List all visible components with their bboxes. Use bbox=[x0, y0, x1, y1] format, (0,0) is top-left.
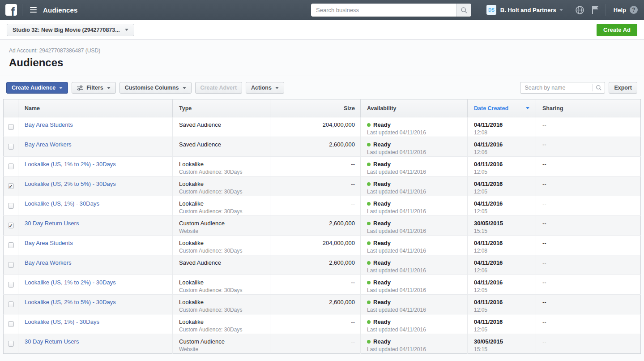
availability-cell: ReadyLast updated 04/11/2016 bbox=[361, 334, 468, 354]
size-cell: -- bbox=[270, 157, 361, 176]
column-header-type[interactable]: Type bbox=[173, 99, 270, 117]
type-cell: Saved Audience bbox=[173, 117, 270, 137]
checkbox-cell bbox=[4, 314, 18, 334]
type-cell: LookalikeCustom Audience: 30Days bbox=[173, 196, 270, 216]
date-created-cell: 04/11/201612:08 bbox=[468, 117, 536, 137]
size-cell: -- bbox=[270, 275, 361, 295]
globe-notifications-icon[interactable] bbox=[575, 5, 584, 15]
sharing-cell: -- bbox=[536, 314, 641, 334]
business-search bbox=[311, 4, 471, 17]
create-advert-button[interactable]: Create Advert bbox=[195, 82, 243, 94]
filters-icon bbox=[77, 86, 83, 90]
row-checkbox[interactable] bbox=[8, 341, 14, 347]
table-row: 30 Day Return UsersCustom AudienceWebsit… bbox=[4, 334, 641, 354]
audience-name-link[interactable]: Lookalike (US, 2% to 5%) - 30Days bbox=[25, 180, 116, 187]
type-cell: Saved Audience bbox=[173, 255, 270, 275]
business-account-menu[interactable]: B. Holt and Partners bbox=[500, 7, 563, 13]
size-cell: -- bbox=[270, 196, 361, 216]
date-created-cell: 30/05/201515:15 bbox=[468, 216, 536, 236]
audience-name-link[interactable]: Lookalike (US, 1% to 2%) - 30Days bbox=[25, 279, 116, 286]
table-row: Lookalike (US, 2% to 5%) - 30DaysLookali… bbox=[4, 295, 641, 314]
row-checkbox[interactable] bbox=[8, 203, 14, 209]
chevron-down-icon bbox=[275, 87, 279, 91]
audience-name-link[interactable]: Bay Area Students bbox=[25, 121, 73, 128]
filters-button[interactable]: Filters bbox=[72, 82, 116, 94]
nav-divider bbox=[606, 4, 606, 16]
create-audience-button[interactable]: Create Audience bbox=[6, 82, 68, 94]
audience-name-link[interactable]: 30 Day Return Users bbox=[25, 220, 79, 227]
checkbox-cell: ✓ bbox=[4, 216, 18, 236]
availability-cell: ReadyLast updated 04/11/2016 bbox=[361, 196, 468, 216]
table-row: Bay Area StudentsSaved Audience204,000,0… bbox=[4, 117, 641, 137]
nav-app-title: Audiences bbox=[43, 6, 78, 14]
flag-icon[interactable] bbox=[591, 5, 600, 15]
ready-status-dot bbox=[367, 222, 371, 225]
audience-name-link[interactable]: Lookalike (US, 1%) - 30Days bbox=[25, 318, 99, 325]
row-checkbox[interactable] bbox=[8, 301, 14, 307]
row-checkbox[interactable] bbox=[8, 124, 14, 130]
checkbox-cell bbox=[4, 255, 18, 275]
audiences-table-wrap: Name Type Size Availability Date Created… bbox=[3, 99, 641, 354]
export-button[interactable]: Export bbox=[609, 82, 637, 94]
row-checkbox[interactable] bbox=[8, 262, 14, 268]
date-created-cell: 04/11/201612:05 bbox=[468, 275, 536, 295]
column-header-name[interactable]: Name bbox=[18, 99, 173, 117]
audience-name-link[interactable]: Bay Area Workers bbox=[25, 259, 72, 266]
name-cell: Bay Area Workers bbox=[18, 137, 173, 157]
row-checkbox[interactable]: ✓ bbox=[8, 183, 14, 189]
page-head: Ad Account: 294277087386487 (USD) Audien… bbox=[0, 40, 644, 69]
nav-divider bbox=[569, 4, 569, 16]
column-header-size[interactable]: Size bbox=[270, 99, 361, 117]
ready-status-dot bbox=[367, 281, 371, 284]
search-business-input[interactable] bbox=[311, 4, 456, 17]
availability-cell: ReadyLast updated 04/11/2016 bbox=[361, 314, 468, 334]
help-menu[interactable]: Help ? bbox=[614, 6, 638, 14]
audience-name-link[interactable]: Lookalike (US, 2% to 5%) - 30Days bbox=[25, 299, 116, 305]
audience-name-link[interactable]: Lookalike (US, 1%) - 30Days bbox=[25, 200, 99, 207]
audience-name-link[interactable]: Lookalike (US, 1% to 2%) - 30Days bbox=[25, 161, 116, 168]
ad-account-line: Ad Account: 294277087386487 (USD) bbox=[9, 47, 644, 54]
audience-name-link[interactable]: 30 Day Return Users bbox=[25, 338, 79, 345]
row-checkbox[interactable] bbox=[8, 163, 14, 169]
column-header-availability[interactable]: Availability bbox=[361, 99, 468, 117]
ad-account-selector[interactable]: Studio 32: New Big Movie (2942770873... bbox=[7, 24, 134, 36]
search-icon[interactable] bbox=[593, 85, 605, 91]
availability-cell: ReadyLast updated 04/11/2016 bbox=[361, 275, 468, 295]
divider bbox=[0, 76, 644, 76]
type-cell: LookalikeCustom Audience: 30Days bbox=[173, 176, 270, 196]
row-checkbox[interactable] bbox=[8, 321, 14, 327]
row-checkbox[interactable] bbox=[8, 242, 14, 248]
date-created-cell: 04/11/201612:05 bbox=[468, 314, 536, 334]
row-checkbox[interactable] bbox=[8, 282, 14, 288]
chevron-down-icon bbox=[183, 87, 186, 91]
ready-status-dot bbox=[367, 182, 371, 186]
column-header-date-created[interactable]: Date Created bbox=[468, 99, 536, 117]
actions-button[interactable]: Actions bbox=[246, 82, 284, 94]
nav-divider bbox=[22, 4, 22, 16]
hamburger-menu-icon[interactable] bbox=[29, 5, 38, 14]
search-button[interactable] bbox=[456, 4, 471, 17]
column-header-sharing[interactable]: Sharing bbox=[536, 99, 641, 117]
audiences-table: Name Type Size Availability Date Created… bbox=[3, 99, 641, 354]
facebook-logo[interactable]: f bbox=[5, 4, 17, 16]
ready-status-dot bbox=[367, 143, 371, 146]
search-by-name-input[interactable] bbox=[520, 85, 592, 91]
ad-account-selector-label: Studio 32: New Big Movie (2942770873... bbox=[13, 27, 120, 33]
audience-name-link[interactable]: Bay Area Workers bbox=[25, 141, 72, 148]
table-header-row: Name Type Size Availability Date Created… bbox=[4, 99, 641, 117]
ready-status-dot bbox=[367, 241, 371, 245]
create-ad-button[interactable]: Create Ad bbox=[597, 24, 637, 36]
checkbox-cell bbox=[4, 236, 18, 255]
date-created-cell: 04/11/201612:05 bbox=[468, 295, 536, 314]
checkbox-cell bbox=[4, 137, 18, 157]
availability-cell: ReadyLast updated 04/11/2016 bbox=[361, 137, 468, 157]
account-bar: Studio 32: New Big Movie (2942770873... … bbox=[0, 20, 644, 40]
row-checkbox[interactable]: ✓ bbox=[8, 223, 14, 228]
audience-name-link[interactable]: Bay Area Students bbox=[25, 240, 73, 246]
size-cell: -- bbox=[270, 176, 361, 196]
sort-descending-icon bbox=[526, 107, 529, 111]
nav-right-cluster: DS B. Holt and Partners Help ? bbox=[486, 0, 638, 20]
row-checkbox[interactable] bbox=[8, 144, 14, 150]
customise-columns-button[interactable]: Customise Columns bbox=[119, 82, 192, 94]
availability-cell: ReadyLast updated 04/11/2016 bbox=[361, 236, 468, 255]
